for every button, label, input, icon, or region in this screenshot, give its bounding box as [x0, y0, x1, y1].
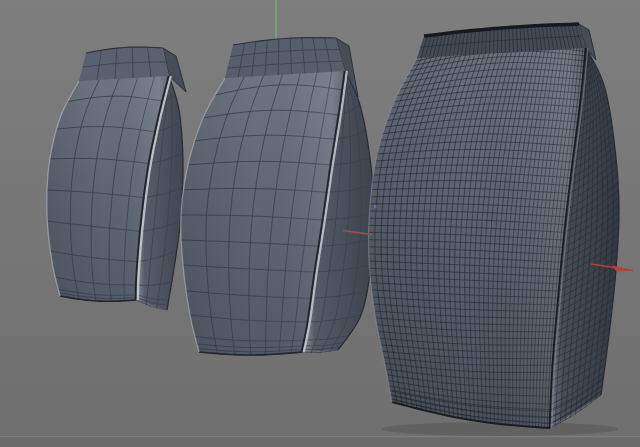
floor-horizon-line [0, 436, 640, 437]
floor-region [0, 438, 640, 447]
bag-model-high-poly-subdivided[interactable] [369, 24, 619, 428]
viewport-3d[interactable] [0, 0, 640, 447]
viewport-canvas[interactable] [0, 0, 640, 447]
z-axis-gizmo-tick[interactable] [374, 205, 376, 208]
